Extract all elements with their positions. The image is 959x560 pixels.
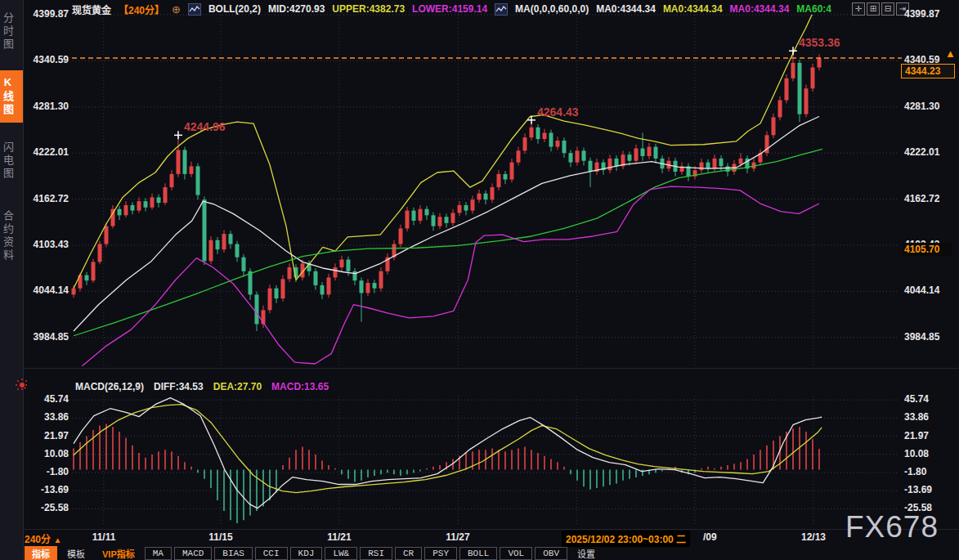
price-annotation: 4264.43 [537,105,579,119]
toolbar-item-KDJ[interactable]: KDJ [290,547,323,560]
y-axis-label-left: 4103.43 [23,239,69,250]
panel-divider [23,368,959,369]
y-axis-label-right: 4399.87 [904,8,955,20]
topbar-icons: ✛⊞⊟⇥ [852,2,909,16]
crosshair-date-tooltip: 2025/12/02 23:00~03:00 二 [562,531,690,547]
watermark: FX678 [845,510,939,544]
y-axis-label-left: 4044.14 [23,284,69,296]
y-axis-label-left: 3984.85 [23,331,69,343]
crosshair-icon[interactable]: ✛ [852,2,865,16]
toolbar-item-BIAS[interactable]: BIAS [214,547,252,560]
xaxis-row: 240分 ▲ 2025/12/02 23:00~03:00 二 11/1111/… [0,531,959,545]
y-axis-label-right: 3984.85 [904,331,955,343]
toolbar-item-RSI[interactable]: RSI [360,547,392,560]
macd-axis-label-left: 33.86 [23,411,69,423]
sidebar: 分时图K线图闪电图合约资料 [0,0,24,560]
macd-axis-label-right: 33.86 [904,411,955,423]
boll-params: BOLL(20,2) [208,3,261,15]
toolbar-item-MACD[interactable]: MACD [174,547,212,560]
toolbar-item-PSY[interactable]: PSY [424,547,457,560]
toolbar-item-LW&[interactable]: LW& [325,547,357,560]
toolbar-item-MA[interactable]: MA [145,547,172,560]
pane-chart-icon[interactable]: ⊟ [881,2,894,16]
macd-axis-label-left: -1.80 [23,466,69,477]
y-axis-label-left: 4281.30 [23,101,69,112]
macd-axis-label-right: 21.97 [904,430,955,441]
x-axis-label: /09 [703,531,717,543]
last-price-badge: 4344.23 [901,64,955,78]
y-axis-label-left: 4162.72 [23,193,69,204]
x-axis-label: 11/21 [327,531,351,543]
macd-axis-label-right: -1.80 [904,466,955,477]
y-axis-label-right: 4044.14 [904,284,955,296]
sidebar-tab-1[interactable]: 分时图 [0,5,23,59]
ma0-white: MA0:4344.34 [596,3,656,15]
y-axis-label-right: 4281.30 [904,101,955,112]
toolbar-item-设置[interactable]: 设置 [570,546,603,560]
macd-dea-value: DEA:27.70 [213,381,262,392]
ma60: MA60:4 [796,3,831,15]
period-value: 240分 [25,534,51,545]
chevron-up-icon: ▲ [53,535,61,544]
toolbar-item-OBV[interactable]: OBV [535,547,567,560]
toolbar-item-CR[interactable]: CR [395,547,422,560]
macd-axis-label-right: 45.74 [904,393,955,405]
ma0-magenta: MA0:4344.34 [730,3,790,15]
toolbar-item-模板[interactable]: 模板 [60,546,92,560]
toolbar-item-BOLL[interactable]: BOLL [459,547,497,560]
toolbar-item-指标[interactable]: 指标 [25,546,57,560]
period-label: 【240分】 [119,2,164,16]
topbar: 现货黄金【240分】⊕BOLL(20,2)MID:4270.93UPPER:43… [72,2,831,16]
macd-header: MACD(26,12,9) DIFF:34.53 DEA:27.70 MACD:… [75,381,329,392]
y-axis-label-left: 4399.87 [23,8,69,20]
macd-axis-label-left: 10.08 [23,448,69,459]
boll-indicator-icon[interactable] [188,3,201,16]
x-axis-label: 11/11 [92,531,116,543]
macd-title: MACD(26,12,9) [75,381,144,392]
y-axis-label-right: 4222.01 [904,146,955,158]
sidebar-tab-3[interactable]: 闪电图 [0,134,23,188]
ma-indicator-icon[interactable] [495,3,508,16]
app-root: 4244.964264.434353.36 分时图K线图闪电图合约资料 现货黄金… [0,0,959,560]
sidebar-tab-2[interactable]: K线图 [0,70,23,123]
macd-axis-label-left: 45.74 [23,393,69,405]
macd-axis-label-right: -13.69 [904,484,955,495]
ma0-yellow: MA0:4344.34 [663,3,723,15]
xaxis-divider [23,529,959,530]
price-up-arrow-icon: ▲ [945,47,956,60]
symbol-name: 现货黄金 [72,2,111,16]
price-annotation: 4244.96 [184,120,226,133]
period-selector[interactable]: 240分 ▲ [25,531,61,545]
y-axis-label-left: 4340.59 [23,54,69,65]
boll-lower: LOWER:4159.14 [412,3,487,15]
macd-axis-label-left: -25.58 [23,502,69,513]
boll-upper: UPPER:4382.73 [332,3,405,15]
macd-macd-value: MACD:13.65 [271,381,329,392]
low-mark-badge: 4105.70 [903,243,952,256]
toolbar-item-VOL[interactable]: VOL [500,547,532,560]
y-axis-label-left: 4222.01 [23,146,69,158]
toolbar-item-CCI[interactable]: CCI [255,547,288,560]
sidebar-tab-4[interactable]: 合约资料 [0,199,23,273]
x-axis-label: 12/13 [801,531,826,543]
chart-canvas[interactable]: 4244.964264.434353.36 [0,0,959,560]
boll-mid: MID:4270.93 [268,3,325,15]
alert-dot-icon[interactable] [15,378,29,396]
x-axis-label: 11/27 [446,531,469,543]
indicator-toolbar: 指标模板VIP指标MAMACDBIASCCIKDJLW&RSICRPSYBOLL… [25,546,603,560]
target-circle-icon[interactable]: ⊕ [172,3,181,16]
ma-params: MA(0,0,0,60,0,0) [515,3,589,15]
x-axis-label: 11/15 [208,531,232,543]
macd-axis-label-left: -13.69 [23,484,69,495]
price-annotation: 4353.36 [799,36,840,49]
toolbar-item-VIP指标[interactable]: VIP指标 [95,546,142,560]
macd-diff-value: DIFF:34.53 [154,381,204,392]
y-axis-label-right: 4162.72 [904,193,955,204]
pane-layout-icon[interactable]: ⊞ [867,2,880,16]
macd-axis-label-right: 10.08 [904,448,955,459]
macd-axis-label-left: 21.97 [23,430,69,441]
